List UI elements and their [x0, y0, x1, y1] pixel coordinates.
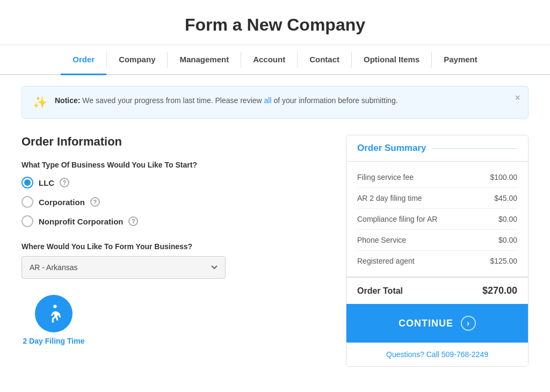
- tab-account[interactable]: Account: [241, 45, 297, 75]
- order-summary-header: Order Summary: [346, 135, 528, 162]
- help-icon-nonprofit[interactable]: ?: [128, 216, 138, 226]
- order-items-list: Filing service fee $100.00 AR 2 day fili…: [346, 162, 528, 277]
- business-type-radio-group: LLC ? Corporation ? Nonprofit Corporatio…: [21, 177, 324, 227]
- order-summary-box: Order Summary Filing service fee $100.00…: [346, 135, 529, 367]
- tab-order[interactable]: Order: [61, 45, 106, 75]
- order-item-filing-time: AR 2 day filing time $45.00: [357, 188, 517, 209]
- order-info-title: Order Information: [21, 135, 324, 149]
- order-item-phone-price: $0.00: [498, 236, 517, 244]
- order-item-compliance-price: $0.00: [498, 215, 517, 223]
- continue-button[interactable]: CONTINUE ›: [346, 304, 528, 343]
- page-header: Form a New Company: [0, 0, 550, 45]
- filing-time-icon-circle: [35, 295, 73, 332]
- state-question: Where Would You Like To Form Your Busine…: [21, 242, 324, 251]
- continue-arrow-icon: ›: [461, 316, 476, 331]
- notice-icon: ✨: [33, 96, 47, 110]
- notice-banner: ✨ Notice: We saved your progress from la…: [21, 86, 529, 119]
- notice-text-part1: We saved your progress from last time. P…: [82, 96, 264, 105]
- order-item-registered-agent-name: Registered agent: [357, 257, 415, 265]
- order-item-registered-agent-price: $125.00: [490, 257, 517, 265]
- order-item-phone-name: Phone Service: [357, 236, 406, 244]
- help-icon-corporation[interactable]: ?: [90, 197, 100, 207]
- left-panel: Order Information What Type Of Business …: [21, 135, 324, 367]
- order-item-filing-time-name: AR 2 day filing time: [357, 194, 422, 202]
- help-icon-llc[interactable]: ?: [60, 178, 69, 187]
- filing-time-label: 2 Day Filing Time: [23, 337, 85, 345]
- order-item-compliance-name: Compliance filing for AR: [357, 215, 437, 223]
- radio-circle-llc[interactable]: [21, 177, 33, 188]
- main-content: Order Information What Type Of Business …: [0, 119, 550, 383]
- business-type-question: What Type Of Business Would You Like To …: [21, 161, 324, 169]
- radio-item-llc[interactable]: LLC ?: [21, 177, 324, 188]
- order-summary-title: Order Summary: [357, 143, 426, 154]
- svg-point-0: [53, 304, 56, 308]
- tab-management[interactable]: Management: [168, 45, 241, 75]
- tab-optional-items[interactable]: Optional Items: [352, 45, 431, 75]
- order-total-label: Order Total: [357, 286, 403, 296]
- notice-close-button[interactable]: ×: [515, 93, 520, 103]
- radio-circle-corporation[interactable]: [21, 196, 33, 208]
- nav-tabs: Order Company Management Account Contact…: [0, 45, 550, 75]
- order-total-price: $270.00: [482, 285, 517, 296]
- order-total-row: Order Total $270.00: [346, 277, 528, 304]
- filing-time-badge: 2 Day Filing Time: [21, 295, 86, 345]
- notice-link[interactable]: all: [264, 96, 272, 105]
- radio-item-corporation[interactable]: Corporation ?: [21, 196, 324, 208]
- order-item-filing-fee-price: $100.00: [490, 173, 517, 182]
- radio-label-llc: LLC: [39, 178, 54, 187]
- radio-circle-nonprofit[interactable]: [21, 215, 33, 227]
- order-item-phone: Phone Service $0.00: [357, 230, 517, 251]
- radio-label-nonprofit: Nonprofit Corporation: [39, 217, 123, 226]
- questions-phone-link[interactable]: Questions? Call 509-768-2249: [386, 350, 488, 359]
- tab-company[interactable]: Company: [107, 45, 167, 75]
- page-title: Form a New Company: [0, 15, 550, 35]
- tab-payment[interactable]: Payment: [432, 45, 489, 75]
- continue-button-label: CONTINUE: [399, 318, 453, 329]
- notice-bold: Notice:: [55, 96, 80, 105]
- tab-contact[interactable]: Contact: [298, 45, 351, 75]
- notice-text-part2: of your information before submitting.: [273, 96, 397, 105]
- questions-footer: Questions? Call 509-768-2249: [346, 343, 528, 366]
- notice-text: Notice: We saved your progress from last…: [55, 95, 398, 106]
- radio-label-corporation: Corporation: [39, 198, 85, 207]
- order-item-filing-fee-name: Filing service fee: [357, 173, 414, 182]
- state-select[interactable]: AR - Arkansas AL - Alabama AK - Alaska A…: [21, 256, 226, 279]
- running-person-icon: [44, 303, 64, 324]
- summary-divider-line: [432, 148, 518, 149]
- order-item-filing-fee: Filing service fee $100.00: [357, 167, 517, 188]
- order-item-filing-time-price: $45.00: [494, 194, 517, 202]
- right-panel: Order Summary Filing service fee $100.00…: [346, 135, 529, 367]
- order-item-registered-agent: Registered agent $125.00: [357, 251, 517, 271]
- radio-item-nonprofit[interactable]: Nonprofit Corporation ?: [21, 215, 324, 227]
- order-item-compliance: Compliance filing for AR $0.00: [357, 209, 517, 230]
